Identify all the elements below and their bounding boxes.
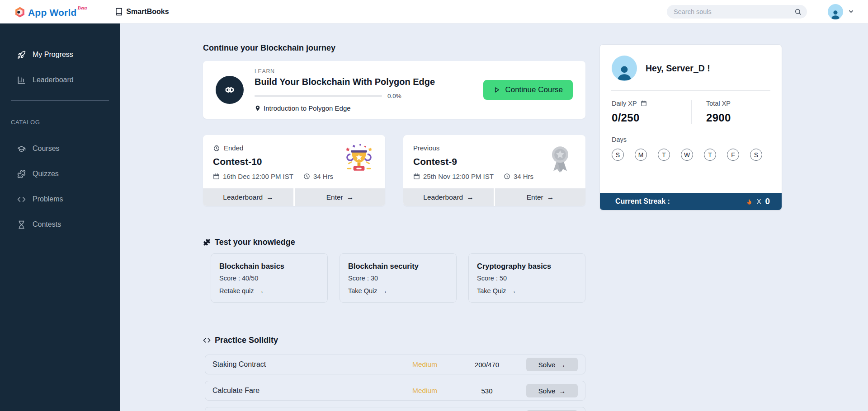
course-location: Introduction to Polygon Edge bbox=[264, 104, 351, 112]
arrow-right-icon bbox=[559, 361, 566, 369]
streak-multiplier: X bbox=[757, 198, 761, 205]
sidebar-label: Problems bbox=[33, 195, 63, 203]
person-icon bbox=[615, 63, 634, 81]
sidebar: My Progress Leaderboard CATALOG Courses … bbox=[0, 23, 120, 411]
profile-avatar bbox=[612, 56, 637, 81]
arrow-right-icon bbox=[467, 193, 474, 201]
polygon-logo-icon bbox=[216, 76, 244, 104]
medal-icon bbox=[545, 143, 576, 176]
trophy-icon bbox=[343, 143, 375, 176]
day-circle: T bbox=[704, 149, 716, 161]
contest-enter-button[interactable]: Enter bbox=[295, 188, 385, 206]
sidebar-divider bbox=[11, 100, 109, 101]
course-progress-bar bbox=[255, 95, 382, 97]
calendar-icon bbox=[213, 173, 220, 180]
quiz-action-link[interactable]: Retake quiz bbox=[219, 287, 264, 294]
quiz-card: Blockchain basics Score : 40/50 Retake q… bbox=[211, 253, 328, 303]
problem-name: Calculate Fare bbox=[212, 387, 412, 395]
arrow-right-icon bbox=[381, 287, 387, 294]
chevron-down-icon[interactable] bbox=[848, 8, 854, 15]
quiz-action-link[interactable]: Take Quiz bbox=[477, 287, 516, 294]
app-logo-icon bbox=[14, 6, 26, 19]
timer-icon bbox=[213, 145, 220, 152]
total-xp-value: 2900 bbox=[706, 112, 731, 124]
quiz-action-link[interactable]: Take Quiz bbox=[348, 287, 387, 294]
person-icon bbox=[830, 9, 841, 19]
sidebar-item-courses[interactable]: Courses bbox=[0, 144, 120, 154]
streak-bar: Current Streak : X 0 bbox=[600, 193, 782, 210]
solve-button[interactable]: Solve bbox=[526, 384, 578, 397]
play-icon bbox=[493, 86, 500, 93]
quiz-title: Cryptography basics bbox=[477, 262, 577, 271]
continue-course-button[interactable]: Continue Course bbox=[483, 80, 573, 100]
solve-button[interactable]: Solve bbox=[526, 358, 578, 371]
course-card: LEARN Build Your Blockchain With Polygon… bbox=[203, 61, 585, 119]
quiz-section-heading: Test your knowledge bbox=[203, 238, 585, 247]
bar-chart-icon bbox=[17, 76, 26, 84]
quiz-score: Score : 30 bbox=[348, 275, 448, 282]
top-navbar: App World Beta SmartBooks bbox=[0, 0, 868, 23]
course-title: Build Your Blockchain With Polygon Edge bbox=[255, 77, 435, 87]
daily-xp-value: 0/250 bbox=[612, 112, 691, 124]
problem-name: Staking Contract bbox=[212, 360, 412, 369]
sidebar-label: Leaderboard bbox=[33, 76, 74, 84]
user-avatar[interactable] bbox=[828, 4, 843, 19]
contest-card: Ended Contest-10 16th Dec 12:00 PM IST bbox=[203, 135, 385, 206]
day-circle: T bbox=[658, 149, 670, 161]
quiz-card: Blockchain security Score : 30 Take Quiz bbox=[340, 253, 457, 303]
arrow-right-icon bbox=[559, 387, 566, 395]
journey-heading: Continue your Blockchain journey bbox=[203, 43, 585, 53]
rocket-icon bbox=[17, 51, 26, 59]
search-icon[interactable] bbox=[794, 8, 802, 15]
sidebar-item-contests[interactable]: Contests bbox=[0, 220, 120, 229]
sidebar-item-my-progress[interactable]: My Progress bbox=[0, 50, 120, 60]
day-circle: F bbox=[727, 149, 739, 161]
puzzle-icon bbox=[203, 238, 211, 246]
contest-enter-button[interactable]: Enter bbox=[495, 188, 585, 206]
app-logo-text: App World bbox=[28, 7, 77, 18]
problem-score: 200/470 bbox=[458, 361, 516, 369]
sidebar-item-problems[interactable]: Problems bbox=[0, 194, 120, 204]
contest-status-label: Ended bbox=[224, 144, 243, 152]
sidebar-label: My Progress bbox=[33, 51, 73, 59]
code-icon bbox=[203, 336, 211, 344]
clock-icon bbox=[504, 173, 510, 180]
sidebar-label: Contests bbox=[33, 220, 61, 229]
contest-date: 16th Dec 12:00 PM IST bbox=[223, 173, 293, 180]
total-xp-label: Total XP bbox=[706, 100, 731, 107]
sidebar-item-leaderboard[interactable]: Leaderboard bbox=[0, 75, 120, 85]
days-row: S M T W T F S bbox=[600, 143, 782, 161]
quiz-title: Blockchain basics bbox=[219, 262, 319, 271]
arrow-right-icon bbox=[347, 193, 354, 201]
sidebar-section-catalog: CATALOG bbox=[0, 119, 120, 126]
sidebar-item-quizzes[interactable]: Quizzes bbox=[0, 169, 120, 179]
problem-score: 530 bbox=[458, 387, 516, 395]
greeting-text: Hey, Server_D ! bbox=[646, 63, 710, 74]
streak-value: 0 bbox=[765, 196, 770, 206]
contest-duration: 34 Hrs bbox=[313, 173, 333, 180]
day-circle: S bbox=[612, 149, 624, 161]
contest-leaderboard-button[interactable]: Leaderboard bbox=[403, 188, 494, 206]
clock-icon bbox=[303, 173, 310, 180]
profile-panel: Hey, Server_D ! Daily XP 0/250 Total XP … bbox=[599, 44, 782, 210]
day-circle: M bbox=[635, 149, 647, 161]
sidebar-label: Courses bbox=[33, 145, 60, 153]
arrow-right-icon bbox=[258, 287, 264, 294]
course-kicker: LEARN bbox=[255, 68, 435, 75]
flame-icon bbox=[746, 198, 753, 206]
problem-row: Calculate Fare Medium 530 Solve bbox=[205, 381, 585, 401]
search-input[interactable] bbox=[667, 5, 807, 19]
sidebar-label: Quizzes bbox=[33, 170, 59, 178]
problem-row-partial bbox=[205, 407, 585, 411]
contest-leaderboard-button[interactable]: Leaderboard bbox=[203, 188, 293, 206]
location-pin-icon bbox=[255, 105, 261, 112]
nav-smartbooks[interactable]: SmartBooks bbox=[115, 8, 169, 16]
daily-xp-label: Daily XP bbox=[612, 100, 637, 107]
app-logo[interactable]: App World Beta bbox=[14, 5, 87, 19]
hourglass-icon bbox=[17, 220, 26, 229]
problem-row: Staking Contract Medium 200/470 Solve bbox=[205, 355, 585, 374]
arrow-right-icon bbox=[266, 193, 274, 201]
practice-section-heading: Practice Solidity bbox=[203, 336, 585, 345]
book-icon bbox=[115, 8, 123, 16]
graduation-cap-icon bbox=[17, 145, 26, 153]
